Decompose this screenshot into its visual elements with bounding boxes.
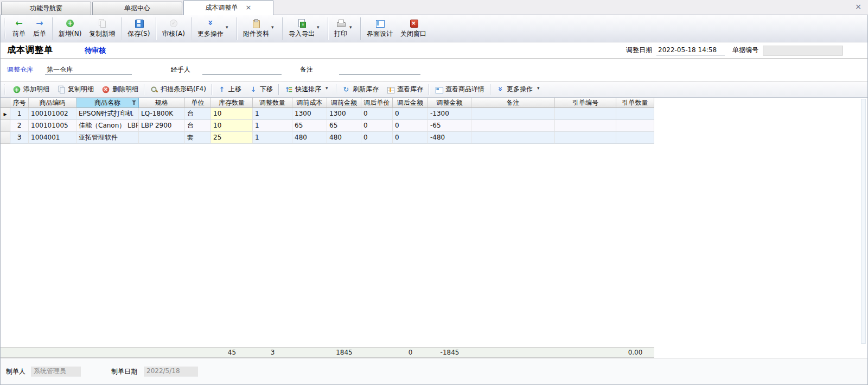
tab-close-icon[interactable]: × (246, 4, 252, 11)
dropdown-caret-icon[interactable] (226, 26, 231, 31)
tab-cost-adjustment[interactable]: 成本调整单× (183, 0, 273, 15)
table-cell[interactable]: -480 (428, 132, 471, 144)
table-cell[interactable] (555, 120, 616, 132)
table-cell[interactable]: 1004001 (29, 132, 76, 144)
table-cell[interactable]: 台 (185, 108, 211, 120)
table-row[interactable]: 2100101005佳能（Canon） LBPLBP 2900台10165650… (1, 120, 654, 132)
table-cell[interactable]: -65 (428, 120, 471, 132)
row-selector-cell[interactable] (1, 120, 10, 132)
table-cell[interactable]: LQ-1800K (139, 108, 185, 120)
table-cell[interactable]: 3 (10, 132, 29, 144)
table-cell[interactable]: 台 (185, 120, 211, 132)
close-window-button[interactable]: 关闭窗口 (397, 17, 430, 40)
table-cell[interactable]: 0 (393, 120, 428, 132)
tab-document-center[interactable]: 单据中心 (92, 2, 182, 15)
more-actions-button[interactable]: 更多操作 (194, 17, 234, 40)
table-header-cell[interactable]: 商品名称 (76, 98, 139, 108)
table-header-cell[interactable]: 单位 (185, 98, 211, 108)
table-cell[interactable] (139, 132, 185, 144)
table-cell[interactable]: 1 (253, 132, 292, 144)
adjust-date-field[interactable]: 2022-05-18 14:58 (656, 46, 725, 55)
table-header-cell[interactable]: 调整数量 (253, 98, 292, 108)
table-cell[interactable]: 1300 (292, 108, 327, 120)
table-cell[interactable]: 25 (211, 132, 253, 144)
table-header-cell[interactable]: 调后金额 (393, 98, 428, 108)
view-product-detail-button[interactable]: 查看商品详情 (431, 84, 488, 95)
table-cell[interactable]: 10 (211, 120, 253, 132)
row-selector-header[interactable] (1, 98, 10, 108)
row-selector-cell[interactable] (1, 132, 10, 144)
table-cell[interactable]: 佳能（Canon） LBP (76, 120, 139, 132)
table-cell[interactable]: LBP 2900 (139, 120, 185, 132)
table-cell[interactable]: 亚拓管理软件 (76, 132, 139, 144)
quick-sort-button[interactable]: 快速排序 (280, 84, 334, 95)
tabstrip-close-icon[interactable]: × (855, 2, 861, 11)
new-button[interactable]: 新增(N) (55, 17, 85, 40)
view-stock-button[interactable]: 查看库存 (382, 84, 427, 95)
ui-design-button[interactable]: 界面设计 (363, 17, 397, 40)
dropdown-caret-icon[interactable] (326, 87, 330, 92)
dropdown-caret-icon[interactable] (349, 26, 354, 31)
table-header-cell[interactable]: 调前金额 (327, 98, 361, 108)
table-cell[interactable]: 0 (361, 132, 393, 144)
table-header-cell[interactable]: 调前成本 (292, 98, 327, 108)
import-export-button[interactable]: 导入导出 (285, 17, 326, 40)
table-cell[interactable]: 0 (361, 108, 393, 120)
table-cell[interactable] (616, 132, 654, 144)
table-cell[interactable]: 0 (393, 132, 428, 144)
table-cell[interactable]: 65 (327, 120, 361, 132)
table-cell[interactable]: 1300 (327, 108, 361, 120)
table-cell[interactable]: 1 (253, 108, 292, 120)
warehouse-field[interactable]: 第一仓库 (45, 65, 132, 75)
scan-barcode-button[interactable]: 扫描条形码(F4) (146, 84, 210, 95)
doc-no-field[interactable] (763, 46, 843, 55)
handler-field[interactable] (202, 65, 282, 75)
refresh-stock-button[interactable]: 刷新库存 (338, 84, 382, 95)
table-cell[interactable] (471, 120, 555, 132)
table-cell[interactable]: 100101002 (29, 108, 76, 120)
table-cell[interactable]: 480 (292, 132, 327, 144)
delete-row-button[interactable]: 删除明细 (98, 84, 142, 95)
table-header-cell[interactable]: 调整金额 (428, 98, 471, 108)
table-cell[interactable]: 1 (10, 108, 29, 120)
table-cell[interactable]: -1300 (428, 108, 471, 120)
attachments-button[interactable]: 附件资料 (239, 17, 280, 40)
table-cell[interactable]: 65 (292, 120, 327, 132)
table-header-cell[interactable]: 序号 (10, 98, 29, 108)
table-row[interactable]: 1100101002EPSON针式打印机LQ-1800K台10113001300… (1, 108, 654, 120)
save-button[interactable]: 保存(S) (124, 17, 154, 40)
table-header-cell[interactable]: 规格 (139, 98, 185, 108)
table-cell[interactable] (616, 120, 654, 132)
table-cell[interactable]: 10 (211, 108, 253, 120)
table-row[interactable]: 31004001亚拓管理软件套25148048000-480 (1, 132, 654, 144)
table-cell[interactable]: 100101005 (29, 120, 76, 132)
table-cell[interactable] (555, 132, 616, 144)
copy-row-button[interactable]: 复制明细 (53, 84, 98, 95)
table-header-cell[interactable]: 引单编号 (555, 98, 616, 108)
table-header-cell[interactable]: 备注 (471, 98, 555, 108)
table-header-cell[interactable]: 商品编码 (29, 98, 76, 108)
table-header-cell[interactable]: 库存数量 (211, 98, 253, 108)
print-button[interactable]: 打印 (330, 17, 358, 40)
table-header-cell[interactable]: 调后单价 (361, 98, 393, 108)
dropdown-caret-icon[interactable] (271, 26, 276, 31)
table-cell[interactable]: 0 (393, 108, 428, 120)
dropdown-caret-icon[interactable] (537, 87, 542, 92)
next-doc-button[interactable]: 后单 (29, 17, 50, 40)
move-up-button[interactable]: 上移 (214, 84, 245, 95)
filter-icon[interactable] (132, 100, 137, 105)
table-header-cell[interactable]: 引单数量 (616, 98, 654, 108)
tab-function-nav[interactable]: 功能导航窗 (1, 2, 91, 15)
add-row-button[interactable]: 添加明细 (9, 84, 53, 95)
table-cell[interactable] (471, 132, 555, 144)
table-cell[interactable]: EPSON针式打印机 (76, 108, 139, 120)
dropdown-caret-icon[interactable] (317, 26, 322, 31)
row-selector-cell[interactable] (1, 108, 10, 120)
table-cell[interactable]: 480 (327, 132, 361, 144)
table-cell[interactable]: 0 (361, 120, 393, 132)
remark-field[interactable] (339, 65, 420, 75)
move-down-button[interactable]: 下移 (245, 84, 277, 95)
table-cell[interactable]: 套 (185, 132, 211, 144)
prev-doc-button[interactable]: 前单 (9, 17, 29, 40)
table-cell[interactable]: 2 (10, 120, 29, 132)
